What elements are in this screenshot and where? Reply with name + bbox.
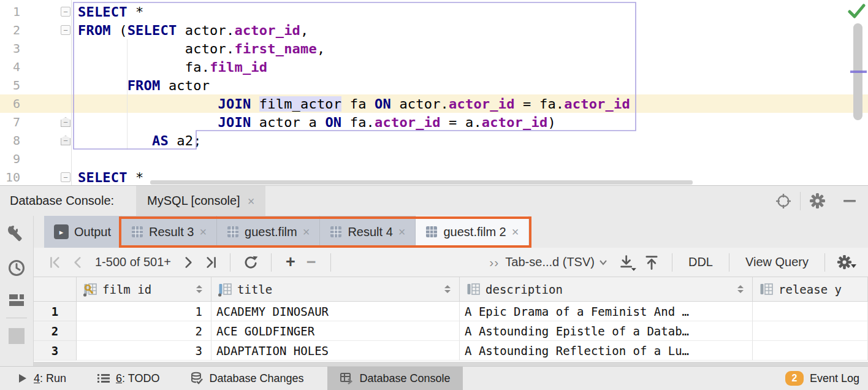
- hide-minimize-icon[interactable]: [843, 199, 857, 204]
- table-row[interactable]: 11ACADEMY DINOSAURA Epic Drama of a Femi…: [34, 302, 868, 321]
- column-header-release_y[interactable]: release_y: [753, 277, 868, 301]
- cell-title[interactable]: ACADEMY DINOSAUR: [211, 302, 460, 321]
- export-format-dropdown[interactable]: Tab-se...d (TSV): [505, 255, 608, 269]
- inspection-ok-check-icon[interactable]: [848, 4, 866, 19]
- settings-gear-icon[interactable]: [809, 193, 826, 209]
- indent-guide: [127, 39, 128, 150]
- sort-arrows-icon[interactable]: [737, 285, 744, 293]
- close-icon[interactable]: ×: [248, 195, 255, 207]
- statusbar-item-todo[interactable]: 6: TODO: [89, 367, 167, 390]
- ddl-button[interactable]: DDL: [681, 255, 720, 269]
- tab-result-3[interactable]: Result 3×: [121, 216, 217, 248]
- run-icon: [16, 372, 28, 384]
- cell-title[interactable]: ACE GOLDFINGER: [211, 321, 460, 341]
- code-line[interactable]: 1−SELECT *: [0, 2, 868, 21]
- row-number: 3: [34, 341, 77, 361]
- table-row[interactable]: 33ADAPTATION HOLESA Astounding Reflectio…: [34, 341, 868, 361]
- statusbar-item-database-changes[interactable]: Database Changes: [183, 367, 311, 390]
- code-line[interactable]: 6 JOIN film_actor fa ON actor.actor_id =…: [0, 94, 868, 113]
- tab-guest-film-2[interactable]: guest.film 2×: [416, 216, 529, 248]
- result-grid[interactable]: film_idtitledescriptionrelease_y 11ACADE…: [34, 277, 868, 366]
- view-query-button[interactable]: View Query: [738, 255, 816, 269]
- layout-icon[interactable]: [8, 293, 25, 308]
- row-number: 1: [34, 302, 77, 321]
- event-log-button[interactable]: 2 Event Log: [785, 367, 868, 390]
- code-text: SELECT *: [78, 170, 144, 185]
- cell-release_y[interactable]: [753, 341, 868, 361]
- gutter-fold-area: [20, 150, 78, 168]
- reload-data-button[interactable]: [239, 252, 262, 273]
- code-line[interactable]: 2−FROM (SELECT actor.actor_id,: [0, 21, 868, 39]
- last-page-button[interactable]: [199, 252, 221, 273]
- cell-description[interactable]: A Astounding Reflection of a Lu…: [460, 341, 753, 361]
- cell-description[interactable]: A Astounding Epistle of a Datab…: [460, 321, 753, 341]
- fold-marker-icon[interactable]: −: [61, 117, 70, 127]
- gutter-fold-area: [20, 58, 78, 76]
- close-icon[interactable]: ×: [303, 226, 310, 238]
- tab-label: guest.film: [245, 225, 297, 239]
- database-console-header: Database Console: MySQL [console] ×: [0, 185, 868, 216]
- tab-output[interactable]: ▸Output: [44, 216, 121, 248]
- sort-arrows-icon[interactable]: [196, 285, 202, 293]
- code-line[interactable]: 8− AS a2;: [0, 131, 868, 150]
- sql-editor[interactable]: 1−SELECT *2−FROM (SELECT actor.actor_id,…: [0, 0, 868, 185]
- column-header-film_id[interactable]: film_id: [77, 277, 211, 301]
- cell-release_y[interactable]: [753, 302, 868, 321]
- tab-result-4[interactable]: Result 4×: [320, 216, 416, 248]
- todo-icon: [97, 372, 110, 384]
- close-icon[interactable]: ×: [199, 226, 207, 238]
- fold-marker-icon[interactable]: −: [61, 172, 70, 182]
- gutter-fold-area: −: [20, 113, 78, 131]
- fold-marker-icon[interactable]: −: [61, 136, 70, 145]
- export-data-download-icon[interactable]: [615, 252, 640, 273]
- cell-film_id[interactable]: 1: [77, 302, 211, 321]
- close-icon[interactable]: ×: [398, 226, 406, 238]
- code-line[interactable]: 5 FROM actor: [0, 76, 868, 94]
- code-line[interactable]: 3 actor.first_name,: [0, 39, 868, 58]
- cell-release_y[interactable]: [753, 321, 868, 341]
- cell-film_id[interactable]: 3: [77, 341, 211, 361]
- fold-marker-icon[interactable]: −: [61, 7, 70, 17]
- next-page-button[interactable]: [177, 252, 199, 273]
- code-text: AS a2;: [78, 133, 202, 148]
- previous-page-button[interactable]: [67, 252, 89, 273]
- sort-arrows-icon[interactable]: [444, 285, 451, 293]
- line-number: 6: [0, 96, 20, 111]
- code-line[interactable]: 9: [0, 150, 868, 168]
- code-line[interactable]: 4 fa.film_id: [0, 58, 868, 76]
- column-header-title[interactable]: title: [211, 277, 460, 301]
- fold-marker-icon[interactable]: −: [61, 25, 70, 35]
- first-page-button[interactable]: [45, 252, 67, 273]
- cell-film_id[interactable]: 2: [77, 321, 211, 341]
- tab-label: Result 4: [348, 225, 392, 239]
- editor-horizontal-scrollbar[interactable]: [150, 180, 693, 185]
- add-row-button[interactable]: +: [280, 253, 301, 272]
- code-text: fa.film_id: [78, 59, 267, 75]
- code-text: JOIN actor a ON fa.actor_id = a.actor_id…: [78, 115, 556, 130]
- delete-row-button[interactable]: −: [301, 253, 322, 272]
- grid-settings-gear-icon[interactable]: [834, 252, 860, 273]
- row-range-label[interactable]: 1-500 of 501+: [95, 255, 171, 269]
- line-number: 10: [0, 170, 20, 185]
- gutter-fold-area: −: [20, 168, 78, 185]
- key-column-icon: [83, 282, 97, 297]
- statusbar-item-run[interactable]: 4: Run: [9, 367, 74, 390]
- cell-description[interactable]: A Epic Drama of a Feminist And …: [460, 302, 753, 321]
- history-clock-icon[interactable]: [7, 259, 26, 277]
- tab-guest-film[interactable]: guest.film×: [217, 216, 320, 248]
- import-data-upload-icon[interactable]: [640, 252, 663, 273]
- code-line[interactable]: 7− JOIN actor a ON fa.actor_id = a.actor…: [0, 113, 868, 131]
- tab-mysql-console[interactable]: MySQL [console] ×: [136, 186, 265, 216]
- table-row[interactable]: 22ACE GOLDFINGERA Astounding Epistle of …: [34, 321, 868, 341]
- column-header-description[interactable]: description: [460, 277, 753, 301]
- console-title: Database Console:: [10, 194, 114, 208]
- locate-target-icon[interactable]: [775, 193, 791, 209]
- wrench-icon[interactable]: [7, 224, 26, 243]
- statusbar-item-database-console[interactable]: Database Console: [327, 367, 463, 390]
- grid-horizontal-scrollbar[interactable]: [34, 362, 868, 366]
- close-icon[interactable]: ×: [512, 226, 519, 238]
- chevron-double-right-icon[interactable]: ››: [489, 255, 499, 270]
- cell-title[interactable]: ADAPTATION HOLES: [211, 341, 460, 361]
- line-number: 8: [0, 133, 20, 148]
- statusbar-item-label: Database Changes: [209, 372, 303, 385]
